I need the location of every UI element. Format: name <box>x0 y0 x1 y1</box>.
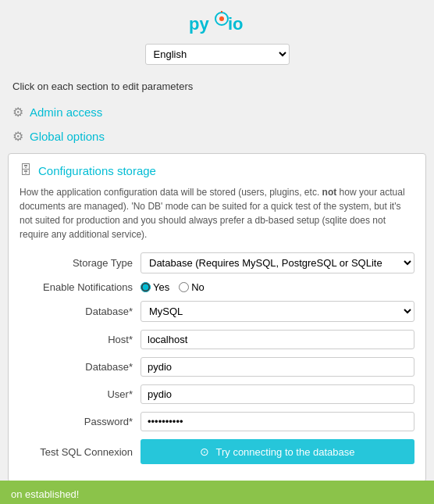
admin-access-section[interactable]: ⚙ Admin access <box>0 100 434 124</box>
storage-type-row: Storage Type Database (Requires MySQL, P… <box>20 252 414 273</box>
database-type-control: MySQL PostgreSQL SQLite <box>141 301 414 322</box>
host-control <box>141 330 414 349</box>
notifications-radio-group: Yes No <box>141 281 414 293</box>
user-control <box>141 384 414 404</box>
language-select[interactable]: English French German Spanish <box>145 44 290 65</box>
connect-button-label: Try connecting to the database <box>215 446 354 458</box>
success-message: on established! <box>11 488 79 500</box>
config-storage-description: How the application configuration data w… <box>20 185 414 241</box>
admin-access-icon: ⚙ <box>12 105 23 120</box>
password-label: Password* <box>20 416 141 427</box>
svg-point-2 <box>219 16 224 21</box>
host-label: Host* <box>20 334 141 345</box>
connect-button[interactable]: ⊙ Try connecting to the database <box>141 439 414 464</box>
password-control <box>141 412 414 431</box>
password-input[interactable] <box>141 412 414 431</box>
svg-text:io: io <box>228 14 244 34</box>
db-name-input[interactable] <box>141 357 414 377</box>
logo: py io <box>0 11 434 36</box>
test-sql-label: Test SQL Connexion <box>20 446 141 458</box>
global-options-section[interactable]: ⚙ Global options <box>0 124 434 148</box>
enable-notifications-control: Yes No <box>141 281 414 293</box>
svg-text:py: py <box>189 14 209 34</box>
success-bar: on established! <box>0 481 434 504</box>
notifications-yes-text: Yes <box>153 281 169 293</box>
notifications-yes-radio[interactable] <box>141 282 151 292</box>
db-name-label: Database* <box>20 361 141 373</box>
db-name-row: Database* <box>20 357 414 377</box>
test-sql-control: ⊙ Try connecting to the database <box>141 439 414 464</box>
notifications-no-label[interactable]: No <box>179 281 205 293</box>
host-row: Host* <box>20 330 414 349</box>
storage-type-label: Storage Type <box>20 257 141 269</box>
config-panel-header: 🗄 Configurations storage <box>20 163 414 177</box>
config-storage-icon: 🗄 <box>20 163 32 177</box>
global-options-label: Global options <box>30 130 105 143</box>
config-storage-title: Configurations storage <box>38 164 156 177</box>
storage-type-control: Database (Requires MySQL, PostgreSQL or … <box>141 252 414 273</box>
database-type-label: Database* <box>20 306 141 317</box>
notifications-no-text: No <box>191 281 205 293</box>
language-selector-wrapper: English French German Spanish <box>0 44 434 65</box>
host-input[interactable] <box>141 330 414 349</box>
spinner-icon: ⊙ <box>200 445 209 458</box>
global-options-icon: ⚙ <box>12 129 23 144</box>
storage-type-select[interactable]: Database (Requires MySQL, PostgreSQL or … <box>141 252 414 273</box>
admin-access-label: Admin access <box>30 105 102 119</box>
enable-notifications-label: Enable Notifications <box>20 281 141 293</box>
notifications-yes-label[interactable]: Yes <box>141 281 169 293</box>
database-type-row: Database* MySQL PostgreSQL SQLite <box>20 301 414 322</box>
enable-notifications-row: Enable Notifications Yes No <box>20 281 414 293</box>
header: py io English French German Spanish <box>0 0 434 76</box>
test-sql-row: Test SQL Connexion ⊙ Try connecting to t… <box>20 439 414 464</box>
notifications-no-radio[interactable] <box>179 282 189 292</box>
user-label: User* <box>20 388 141 400</box>
database-type-select[interactable]: MySQL PostgreSQL SQLite <box>141 301 414 322</box>
config-storage-panel: 🗄 Configurations storage How the applica… <box>8 153 426 482</box>
password-row: Password* <box>20 412 414 431</box>
db-name-control <box>141 357 414 377</box>
user-input[interactable] <box>141 384 414 404</box>
page-instruction: Click on each section to edit parameters <box>0 76 434 100</box>
user-row: User* <box>20 384 414 404</box>
